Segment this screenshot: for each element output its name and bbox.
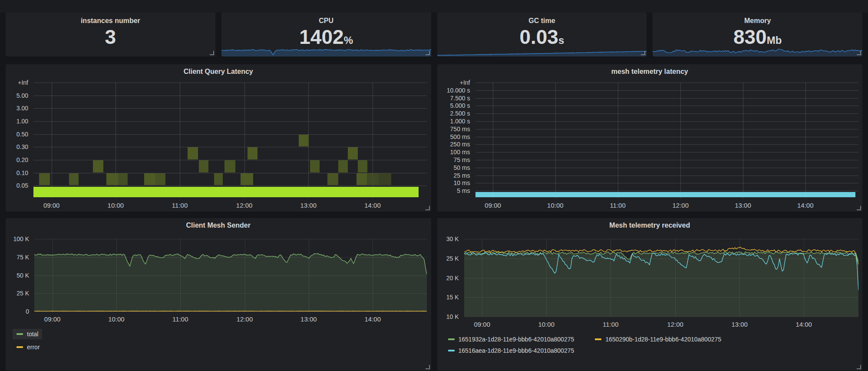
heatmap-cell [379,173,391,186]
y-axis-label: 50 K [6,272,29,279]
panel-resize-handle[interactable] [857,206,861,210]
panel-resize-handle[interactable] [857,51,861,55]
heatmap-cell [224,160,235,172]
grid-line-v [743,83,743,199]
mesh-telemetry-received-plot [464,239,858,317]
grid-line-v [805,83,806,199]
y-axis-label: 75 ms [437,156,470,163]
grid-line-h [33,121,427,122]
x-axis-label: 14:00 [795,321,812,328]
legend-item[interactable]: 16516aea-1d28-11e9-bbb6-42010a800275 [444,345,578,356]
y-axis-label: 75 K [6,254,29,261]
y-axis-label: 3.00 [6,105,28,112]
y-axis-label: 250 ms [437,141,470,148]
grid-line-h [33,186,427,186]
dashboard-top-strip [0,0,868,13]
legend-item[interactable]: error [13,342,44,352]
panel-resize-handle[interactable] [210,51,214,55]
grid-line-h [475,160,858,160]
heatmap-cell [106,173,118,186]
y-axis-label: 0.50 [6,131,28,138]
panel-title[interactable]: Mesh telemetry received [437,218,863,233]
y-axis-label: 15 K [437,294,459,301]
heatmap-cell [356,173,367,186]
mesh-telemetry-received-legend: 1651932a-1d28-11e9-bbb6-42010a8002751650… [437,331,863,371]
panel-resize-handle[interactable] [641,51,645,55]
grid-line-h [475,191,858,191]
legend-swatch [448,350,455,351]
grid-line-v [52,83,52,199]
legend-swatch [448,338,455,340]
graph-row: Client Mesh Sender 09:0010:0011:0012:001… [0,218,868,371]
panel-title[interactable]: GC time [437,13,647,26]
stat-row: instances number 3 CPU 1402% GC time 0.0… [0,13,868,56]
client-mesh-sender-graph[interactable]: 09:0010:0011:0012:0013:0014:00025 K50 K7… [6,233,431,326]
panel-resize-handle[interactable] [426,206,430,210]
y-axis-label: +Inf [437,79,470,86]
grid-line-h [475,152,858,152]
y-axis-label: 30 K [437,235,459,242]
stat-value: 1402% [221,26,431,52]
x-axis-label: 13:00 [735,202,751,209]
heatmap-cell [118,173,128,186]
grid-line-h [34,311,427,312]
y-axis-label: 20 K [437,275,459,282]
panel-title[interactable]: Memory [653,13,862,26]
y-axis-label: 0.20 [6,156,28,163]
grid-line-h [475,168,858,168]
client-mesh-sender-legend: totalerror [6,326,431,371]
heatmap-bottom-bar [475,192,856,197]
heatmap-cell [188,147,198,159]
grid-line-h [33,96,427,96]
panel-cpu: CPU 1402% [221,13,431,56]
grid-line-h [33,108,427,109]
x-axis-label: 09:00 [485,202,501,209]
legend-label: 16516aea-1d28-11e9-bbb6-42010a800275 [459,347,574,354]
y-axis-label: 25 K [6,290,29,297]
legend-label: 1651932a-1d28-11e9-bbb6-42010a800275 [459,336,574,343]
heatmap-cell [310,160,320,172]
panel-resize-handle[interactable] [426,365,430,369]
grid-line-h [475,113,858,114]
panel-title[interactable]: CPU [221,13,431,26]
grid-line-h [475,121,858,122]
heatmap-cell [358,160,368,172]
panel-title[interactable]: Client Mesh Sender [6,218,431,233]
heatmap-cell [299,135,309,147]
x-axis-label: 09:00 [474,321,490,328]
legend-item[interactable]: total [13,329,42,339]
heatmap-cell [214,173,223,186]
y-axis-label: 5 ms [437,187,470,194]
legend-item[interactable]: 1650290b-1d28-11e9-bbb6-42010a800275 [591,334,725,344]
y-axis-label: 50 ms [437,164,470,171]
x-axis-label: 09:00 [43,202,60,209]
grid-line-h [475,83,858,83]
legend-swatch [17,333,23,335]
y-axis-label: 1.000 s [437,118,470,125]
x-axis-label: 09:00 [44,315,61,323]
legend-label: 1650290b-1d28-11e9-bbb6-42010a800275 [605,336,721,343]
panel-title[interactable]: Client Query Latency [6,64,431,79]
panel-resize-handle[interactable] [426,51,430,55]
legend-label: error [27,344,40,351]
legend-item[interactable]: 1651932a-1d28-11e9-bbb6-42010a800275 [444,334,578,344]
mesh-telemetry-latency-heatmap[interactable]: 09:0010:0011:0012:0013:0014:00+Inf10.000… [437,79,863,212]
series-fill [464,252,858,317]
y-axis-label: 25 ms [437,172,470,179]
grid-line-h [475,176,858,176]
x-axis-label: 11:00 [172,315,188,323]
panel-title[interactable]: instances number [6,13,215,26]
y-axis-label: 750 ms [437,126,470,132]
legend-swatch [17,346,23,348]
x-axis-label: 10:00 [108,315,125,323]
x-axis-label: 12:00 [237,315,253,323]
y-axis-label: 10 ms [437,179,470,186]
panel-resize-handle[interactable] [857,365,861,369]
mesh-telemetry-received-graph[interactable]: 09:0010:0011:0012:0013:0014:0010 K15 K20… [437,233,863,331]
x-axis-label: 13:00 [300,202,317,209]
y-axis-label: 0 [6,308,29,315]
client-query-latency-heatmap[interactable]: 09:0010:0011:0012:0013:0014:00+Inf5.003.… [6,79,431,212]
panel-title[interactable]: mesh telemetry latency [437,64,863,79]
heatmap-cell [327,173,338,186]
grid-line-h [475,98,858,99]
